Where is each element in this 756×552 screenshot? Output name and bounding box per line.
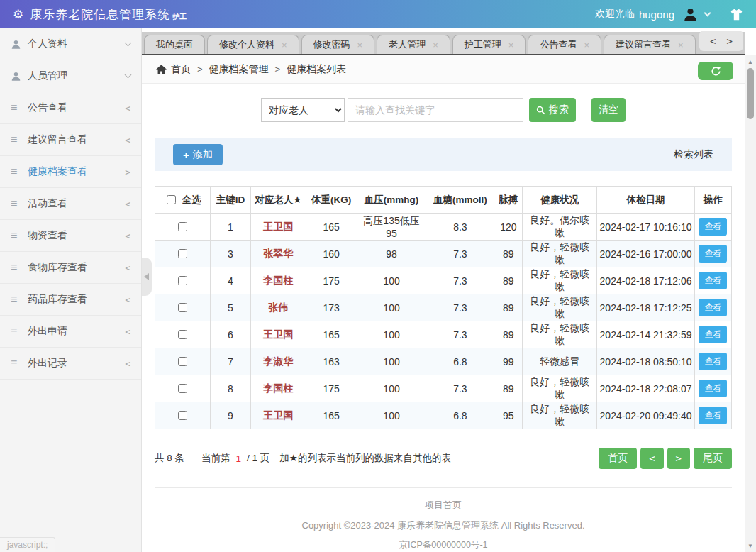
footer-icp: 京ICP备00000000号-1 bbox=[155, 539, 732, 551]
app-title: 康乐养老院信息管理系统 bbox=[30, 6, 170, 23]
elder-name-link[interactable]: 张伟 bbox=[268, 302, 288, 313]
scrollbar-thumb[interactable] bbox=[747, 68, 754, 119]
view-button[interactable]: 查看 bbox=[699, 218, 727, 236]
cell-pulse: 89 bbox=[494, 375, 523, 402]
footer-project-home-link[interactable]: 项目首页 bbox=[155, 499, 732, 512]
sidebar-item[interactable]: ≡外出申请< bbox=[0, 316, 141, 348]
tab-label: 我的桌面 bbox=[156, 38, 193, 51]
refresh-button[interactable] bbox=[698, 62, 733, 80]
cell-exam-date: 2024-02-18 17:12:06 bbox=[597, 267, 695, 294]
cell-weight: 165 bbox=[306, 321, 357, 348]
clear-button[interactable]: 清空 bbox=[591, 98, 626, 122]
view-button[interactable]: 查看 bbox=[699, 326, 727, 343]
tab-close-icon[interactable]: × bbox=[508, 40, 514, 50]
sidebar-item[interactable]: ≡健康档案查看> bbox=[0, 156, 141, 188]
elder-name-link[interactable]: 李国柱 bbox=[263, 275, 293, 286]
sidebar-collapse-handle[interactable] bbox=[142, 258, 152, 296]
elder-name-link[interactable]: 李国柱 bbox=[263, 382, 293, 394]
list-icon: ≡ bbox=[11, 229, 28, 242]
elder-name-link[interactable]: 王卫国 bbox=[263, 329, 293, 340]
sidebar-item[interactable]: 人员管理 bbox=[0, 60, 141, 92]
sidebar-item[interactable]: 个人资料 bbox=[0, 28, 141, 60]
sidebar-item[interactable]: ≡建议留言查看< bbox=[0, 124, 141, 156]
tshirt-theme-icon[interactable] bbox=[730, 9, 743, 21]
tab-公告查看[interactable]: 公告查看× bbox=[528, 35, 601, 54]
first-page-button[interactable]: 首页 bbox=[599, 448, 637, 469]
cell-weight: 160 bbox=[306, 241, 357, 267]
view-button[interactable]: 查看 bbox=[699, 353, 727, 370]
view-button[interactable]: 查看 bbox=[699, 380, 727, 397]
tab-修改个人资料[interactable]: 修改个人资料× bbox=[207, 35, 299, 54]
row-checkbox[interactable] bbox=[178, 330, 187, 339]
user-silhouette-icon[interactable] bbox=[683, 7, 698, 22]
vertical-scrollbar[interactable]: ▲ ▼ bbox=[745, 55, 756, 552]
sidebar-item[interactable]: ≡外出记录< bbox=[0, 348, 141, 380]
last-page-button[interactable]: 尾页 bbox=[694, 448, 732, 469]
tab-我的桌面[interactable]: 我的桌面 bbox=[144, 35, 205, 54]
tab-close-icon[interactable]: × bbox=[357, 40, 363, 50]
tab-scroll-left-icon[interactable]: < bbox=[710, 35, 716, 47]
scroll-down-arrow-icon[interactable]: ▼ bbox=[745, 541, 756, 551]
search-input[interactable] bbox=[348, 98, 523, 122]
cell-pulse: 89 bbox=[494, 241, 523, 267]
prev-page-button[interactable]: < bbox=[640, 448, 663, 469]
elder-name-link[interactable]: 李淑华 bbox=[263, 355, 293, 367]
view-button[interactable]: 查看 bbox=[699, 272, 727, 289]
add-button[interactable]: + 添加 bbox=[173, 144, 223, 165]
table-row: 5张伟1731007.389良好，轻微咳嗽2024-02-18 17:12:25… bbox=[155, 294, 732, 321]
row-checkbox[interactable] bbox=[178, 249, 187, 258]
cell-blood-pressure: 100 bbox=[357, 267, 426, 294]
tab-护工管理[interactable]: 护工管理× bbox=[452, 35, 526, 54]
row-checkbox[interactable] bbox=[178, 303, 187, 312]
page-footer: 项目首页 Copyright ©2023-2024 康乐养老院信息管理系统 Al… bbox=[155, 487, 732, 551]
list-icon: ≡ bbox=[11, 293, 28, 306]
table-header-row: 全选 主键ID 对应老人★ 体重(KG) 血压(mmhg) 血糖(mmoll) … bbox=[155, 187, 732, 214]
row-checkbox[interactable] bbox=[178, 357, 187, 366]
filter-select[interactable]: 对应老人 bbox=[261, 98, 345, 122]
sidebar-item[interactable]: ≡食物库存查看< bbox=[0, 252, 141, 284]
cell-id: 7 bbox=[210, 348, 250, 375]
tab-close-icon[interactable]: × bbox=[678, 40, 684, 50]
elder-name-link[interactable]: 王卫国 bbox=[263, 221, 293, 232]
row-checkbox[interactable] bbox=[178, 222, 187, 231]
cell-health-status: 良好，轻微咳嗽 bbox=[523, 294, 597, 321]
header-elder: 对应老人★ bbox=[250, 187, 306, 214]
cell-blood-sugar: 6.8 bbox=[426, 402, 494, 429]
elder-name-link[interactable]: 张翠华 bbox=[263, 248, 293, 259]
row-checkbox[interactable] bbox=[178, 384, 187, 393]
tab-close-icon[interactable]: × bbox=[282, 40, 287, 50]
search-button[interactable]: 搜索 bbox=[529, 98, 576, 122]
sidebar-item[interactable]: ≡物资查看< bbox=[0, 220, 141, 252]
row-checkbox[interactable] bbox=[178, 276, 187, 285]
select-all-checkbox[interactable] bbox=[167, 195, 176, 204]
tab-scroll-right-icon[interactable]: > bbox=[727, 35, 733, 47]
header-id: 主键ID bbox=[210, 187, 250, 214]
breadcrumb-home[interactable]: 首页 bbox=[171, 63, 191, 76]
view-button[interactable]: 查看 bbox=[699, 407, 727, 424]
search-bar: 对应老人 搜索 清空 bbox=[155, 98, 732, 122]
view-button[interactable]: 查看 bbox=[699, 299, 727, 316]
tab-close-icon[interactable]: × bbox=[433, 40, 438, 50]
list-icon: ≡ bbox=[11, 357, 28, 370]
sidebar-item[interactable]: ≡活动查看< bbox=[0, 188, 141, 220]
breadcrumb-level1[interactable]: 健康档案管理 bbox=[209, 63, 269, 76]
header-weight: 体重(KG) bbox=[306, 187, 357, 214]
cell-blood-sugar: 6.8 bbox=[426, 348, 494, 375]
tab-老人管理[interactable]: 老人管理× bbox=[377, 35, 450, 54]
elder-name-link[interactable]: 王卫国 bbox=[263, 409, 293, 421]
next-page-button[interactable]: > bbox=[667, 448, 690, 469]
tab-建议留言查看[interactable]: 建议留言查看× bbox=[604, 35, 696, 54]
view-button[interactable]: 查看 bbox=[699, 245, 727, 263]
tab-close-icon[interactable]: × bbox=[584, 40, 589, 50]
scroll-up-arrow-icon[interactable]: ▲ bbox=[745, 57, 756, 67]
sidebar-item[interactable]: ≡公告查看< bbox=[0, 92, 141, 124]
user-menu-chevron-down-icon[interactable] bbox=[704, 10, 711, 17]
sidebar-item[interactable]: ≡药品库存查看< bbox=[0, 284, 141, 316]
breadcrumb-separator: > bbox=[197, 64, 203, 74]
user-icon bbox=[11, 39, 28, 50]
cell-blood-sugar: 7.3 bbox=[426, 267, 494, 294]
row-checkbox[interactable] bbox=[178, 411, 187, 420]
tab-修改密码[interactable]: 修改密码× bbox=[301, 35, 375, 54]
add-button-label: 添加 bbox=[193, 148, 213, 161]
cell-exam-date: 2024-02-17 10:16:10 bbox=[597, 214, 695, 241]
